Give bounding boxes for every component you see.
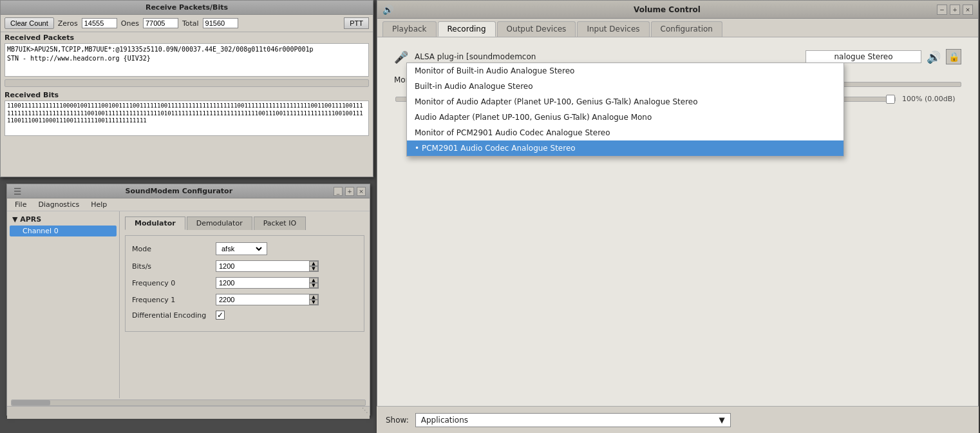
db-value: 100% (0.00dB) <box>902 95 960 103</box>
sm-titlebar: ☰ SoundModem Configurator _ + × <box>7 184 370 198</box>
sm-scrollbar-h[interactable] <box>11 399 366 406</box>
sm-menubar: File Diagnostics Help <box>7 198 370 211</box>
sm-menu-icon: ☰ <box>11 186 24 197</box>
ones-label: Ones <box>121 19 139 28</box>
freq0-row: Frequency 0 ▲ ▼ <box>132 277 357 289</box>
sm-content: Modulator Demodulator Packet IO Mode afs… <box>120 211 370 398</box>
freq0-input-wrapper: ▲ ▼ <box>216 277 319 289</box>
zeros-label: Zeros <box>58 19 78 28</box>
bits-input-wrapper: ▲ ▼ <box>216 260 319 272</box>
sm-resize-corner[interactable]: ⋱ <box>362 407 368 414</box>
sm-scrollbar-thumb <box>12 400 50 405</box>
sm-title: SoundModem Configurator <box>24 187 334 195</box>
bits-input[interactable] <box>216 261 300 271</box>
received-packets-area: MB7UIK>APU25N,TCPIP,MB7UUE*:@191335z5110… <box>5 43 369 77</box>
bits-spinner: ▲ ▼ <box>309 261 318 271</box>
soundmodem-window: ☰ SoundModem Configurator _ + × File Dia… <box>6 184 370 416</box>
diff-enc-checkbox[interactable]: ✓ <box>216 311 225 320</box>
freq1-up[interactable]: ▲ <box>309 294 318 300</box>
mode-label: Mode <box>132 245 216 253</box>
packets-scrollbar[interactable] <box>5 79 369 87</box>
freq0-input[interactable] <box>216 278 300 288</box>
sm-file-menu[interactable]: File <box>10 200 32 209</box>
tab-packet-io[interactable]: Packet IO <box>254 216 306 230</box>
freq1-spinner: ▲ ▼ <box>309 294 318 305</box>
vol-controls: − + × <box>937 5 973 15</box>
freq1-row: Frequency 1 ▲ ▼ <box>132 294 357 305</box>
bits-row: Bits/s ▲ ▼ <box>132 260 357 272</box>
freq0-spinner: ▲ ▼ <box>309 278 318 288</box>
sm-maximize-btn[interactable]: + <box>345 187 354 196</box>
dropdown-item-0[interactable]: Monitor of Built-in Audio Analogue Stere… <box>407 63 843 79</box>
bits-down[interactable]: ▼ <box>309 266 318 271</box>
sm-close-btn[interactable]: × <box>357 187 366 196</box>
received-bits-label: Received Bits <box>1 90 373 101</box>
tab-modulator[interactable]: Modulator <box>125 216 185 230</box>
dropdown-item-3[interactable]: Audio Adapter (Planet UP-100, Genius G-T… <box>407 110 843 125</box>
sm-help-menu[interactable]: Help <box>86 200 112 209</box>
freq0-up[interactable]: ▲ <box>309 278 318 283</box>
bits-up[interactable]: ▲ <box>309 261 318 266</box>
tab-playback[interactable]: Playback <box>382 21 437 37</box>
mode-select[interactable]: afsk <box>216 242 267 255</box>
received-packets-label: Received Packets <box>1 32 373 43</box>
volume-control-window: 🔊 Volume Control − + × Playback Recordin… <box>377 0 979 433</box>
show-select[interactable]: Applications ▼ <box>415 413 731 427</box>
freq0-label: Frequency 0 <box>132 279 216 287</box>
freq0-down[interactable]: ▼ <box>309 283 318 288</box>
tab-demodulator[interactable]: Demodulator <box>187 216 252 230</box>
vol-close-btn[interactable]: × <box>963 5 973 15</box>
vol-title: Volume Control <box>397 5 937 14</box>
show-label: Show: <box>386 416 409 425</box>
sm-body: ▼ APRS Channel 0 Modulator Demodulator P… <box>7 211 370 398</box>
vol-bottombar: Show: Applications ▼ <box>377 406 979 433</box>
zeros-input[interactable] <box>82 18 117 28</box>
receive-titlebar: Receive Packets/Bits <box>1 1 373 15</box>
tab-configuration[interactable]: Configuration <box>651 21 722 37</box>
mic-icon: 🎤 <box>394 50 408 64</box>
freq1-input-wrapper: ▲ ▼ <box>216 294 319 305</box>
sm-controls: _ + × <box>334 187 366 196</box>
vol-maximize-btn[interactable]: + <box>950 5 960 15</box>
lock-button[interactable]: 🔒 <box>946 49 961 64</box>
sm-tree-channel0[interactable]: Channel 0 <box>10 226 117 236</box>
diff-enc-label: Differential Encoding <box>132 311 216 320</box>
receive-packets-window: Receive Packets/Bits Clear Count Zeros O… <box>0 0 373 177</box>
dropdown-item-4[interactable]: Monitor of PCM2901 Audio Codec Analogue … <box>407 125 843 140</box>
speaker-icon: 🔊 <box>927 50 941 64</box>
vol-minimize-btn[interactable]: − <box>937 5 947 15</box>
sm-tree-aprs[interactable]: ▼ APRS <box>10 214 117 225</box>
freq1-label: Frequency 1 <box>132 296 216 304</box>
diff-enc-row: Differential Encoding ✓ <box>132 311 357 320</box>
packet-line-1: MB7UIK>APU25N,TCPIP,MB7UUE*:@191335z5110… <box>7 45 366 54</box>
tab-input-devices[interactable]: Input Devices <box>577 21 649 37</box>
dropdown-item-5[interactable]: PCM2901 Audio Codec Analogue Stereo <box>407 140 843 156</box>
receive-title: Receive Packets/Bits <box>146 3 228 12</box>
audio-device-dropdown: Monitor of Built-in Audio Analogue Stere… <box>406 63 844 157</box>
freq1-down[interactable]: ▼ <box>309 300 318 305</box>
alsa-name: ALSA plug-in [soundmodemcon <box>415 52 799 61</box>
show-arrow-icon: ▼ <box>719 416 725 425</box>
tab-recording[interactable]: Recording <box>438 21 496 37</box>
ptt-button[interactable]: PTT <box>344 17 369 29</box>
alsa-device-label: nalogue Stereo <box>806 50 921 63</box>
sm-minimize-btn[interactable]: _ <box>334 187 343 196</box>
sm-diagnostics-menu[interactable]: Diagnostics <box>33 200 84 209</box>
show-value: Applications <box>421 416 468 425</box>
ones-input[interactable] <box>143 18 178 28</box>
freq1-input[interactable] <box>216 294 300 305</box>
vol-titlebar: 🔊 Volume Control − + × <box>377 1 978 19</box>
dropdown-item-1[interactable]: Built-in Audio Analogue Stereo <box>407 79 843 94</box>
sm-modulator-panel: Mode afsk Bits/s ▲ ▼ <box>125 235 364 332</box>
total-input[interactable] <box>203 18 238 28</box>
total-label: Total <box>182 19 199 28</box>
received-bits-area: 1100111111111111000010011110010011110011… <box>5 101 369 136</box>
sm-tabs: Modulator Demodulator Packet IO <box>125 216 364 230</box>
tab-output-devices[interactable]: Output Devices <box>497 21 576 37</box>
mode-dropdown[interactable]: afsk <box>219 244 264 253</box>
packet-line-2: STN - http://www.headcorn.org {UIV32} <box>7 54 366 63</box>
clear-count-button[interactable]: Clear Count <box>5 17 54 29</box>
vol-slider-thumb[interactable] <box>886 95 895 104</box>
dropdown-item-2[interactable]: Monitor of Audio Adapter (Planet UP-100,… <box>407 94 843 110</box>
receive-toolbar: Clear Count Zeros Ones Total PTT <box>1 15 373 32</box>
